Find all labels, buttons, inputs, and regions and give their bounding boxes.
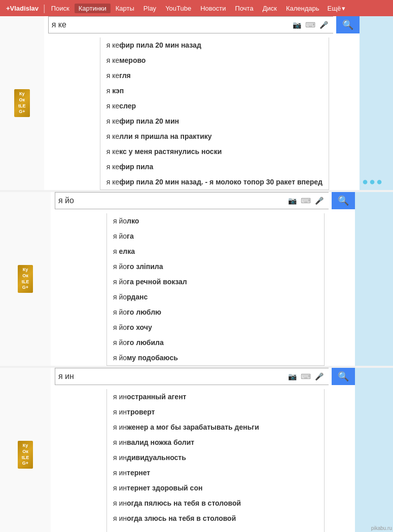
mic-icon-2[interactable]: 🎤: [315, 197, 324, 205]
mic-icon-3[interactable]: 🎤: [315, 372, 324, 381]
pikabu-badge: pikabu.ru: [371, 525, 392, 531]
suggestion-2-5[interactable]: я йога речной вокзал: [107, 274, 324, 289]
mic-icon-1[interactable]: 🎤: [319, 21, 328, 29]
suggestion-3-2[interactable]: я интроверт: [107, 404, 324, 420]
search-input-wrap-3: 📷 ⌨ 🎤: [55, 368, 329, 385]
nav-item-maps[interactable]: Карты: [112, 5, 138, 12]
suggestion-2-4[interactable]: я його зліпила: [107, 259, 324, 274]
search-input-wrap-1: 📷 ⌨ 🎤: [48, 16, 333, 33]
nav-item-play[interactable]: Play: [139, 5, 160, 12]
autocomplete-3: я иностранный агент я интроверт я инжене…: [106, 389, 325, 532]
suggestion-1-9[interactable]: я кефир пила: [100, 159, 329, 174]
nav-item-news[interactable]: Новости: [196, 5, 230, 12]
nav-item-disk[interactable]: Диск: [259, 5, 281, 12]
camera-icon-2[interactable]: 📷: [288, 197, 297, 205]
autocomplete-1: я кефир пила 20 мин назад я кемерово я к…: [100, 37, 329, 190]
nav-item-calendar[interactable]: Календарь: [282, 5, 324, 12]
nav-item-images[interactable]: Картинки: [75, 4, 111, 13]
keyboard-icon-1[interactable]: ⌨: [305, 21, 315, 29]
search-block-1: КуОкtLEG+ 📷 ⌨ 🎤 🔍 я кефир пила 20 мин на: [0, 16, 393, 190]
suggestion-2-9[interactable]: я його любила: [107, 335, 324, 350]
suggestion-2-7[interactable]: я його люблю: [107, 305, 324, 320]
suggestion-3-6[interactable]: я интернет: [107, 465, 324, 480]
suggestion-2-2[interactable]: я йога: [107, 229, 324, 244]
right-thumbnail-2: [355, 192, 393, 366]
suggestion-2-6[interactable]: я йорданс: [107, 289, 324, 305]
thumbnail-1: КуОкtLEG+: [0, 16, 44, 190]
suggestion-2-10[interactable]: я йому подобаюсь: [107, 350, 324, 365]
suggestion-1-3[interactable]: я кегля: [100, 68, 329, 83]
search-button-1[interactable]: 🔍: [336, 16, 360, 33]
suggestion-2-8[interactable]: я його хочу: [107, 320, 324, 335]
nav-user[interactable]: +Vladislav: [3, 5, 42, 12]
nav-item-more[interactable]: Ещё ▾: [325, 5, 349, 12]
suggestion-3-10[interactable]: я инженер: [107, 526, 324, 532]
search-block-2: КуОкtLEG+ 📷 ⌨ 🎤 🔍 я йолко: [0, 192, 393, 366]
suggestion-2-3[interactable]: я елка: [107, 244, 324, 259]
suggestion-3-9[interactable]: я иногда злюсь на тебя в столовой: [107, 511, 324, 526]
nav-item-mail[interactable]: Почта: [231, 5, 258, 12]
suggestion-3-3[interactable]: я инженер а мог бы зарабатывать деньги: [107, 420, 324, 435]
thumbnail-2: КуОкtLEG+: [0, 192, 51, 366]
search-input-1[interactable]: [52, 20, 293, 29]
search-icons-1: 📷 ⌨ 🎤: [293, 21, 330, 29]
suggestion-1-4[interactable]: я кэп: [100, 83, 329, 98]
suggestion-1-10[interactable]: я кефир пила 20 мин назад. - я молоко то…: [100, 174, 329, 189]
suggestion-1-2[interactable]: я кемерово: [100, 53, 329, 68]
suggestion-2-1[interactable]: я йолко: [107, 213, 324, 229]
keyboard-icon-2[interactable]: ⌨: [301, 197, 311, 205]
camera-icon-1[interactable]: 📷: [293, 21, 301, 29]
search-button-2[interactable]: 🔍: [332, 192, 355, 209]
search-input-2[interactable]: [58, 196, 288, 205]
camera-icon-3[interactable]: 📷: [288, 372, 297, 381]
nav-separator: |: [43, 3, 46, 14]
right-thumbnail-1: [360, 16, 393, 190]
keyboard-icon-3[interactable]: ⌨: [301, 372, 311, 381]
search-input-wrap-2: 📷 ⌨ 🎤: [55, 192, 329, 209]
suggestion-3-4[interactable]: я инвалид ножка болит: [107, 435, 324, 450]
suggestion-3-8[interactable]: я иногда пялюсь на тебя в столовой: [107, 496, 324, 511]
search-input-3[interactable]: [58, 372, 288, 381]
suggestion-3-7[interactable]: я интернет здоровый сон: [107, 480, 324, 496]
suggestion-1-7[interactable]: я келли я пришла на практику: [100, 129, 329, 144]
suggestion-3-5[interactable]: я индивидуальность: [107, 450, 324, 465]
thumbnail-3: КуОкtLEG+: [0, 368, 51, 532]
suggestion-1-5[interactable]: я кеслер: [100, 98, 329, 113]
autocomplete-2: я йолко я йога я елка я його зліпила я й…: [106, 213, 325, 366]
top-navigation: +Vladislav | Поиск Картинки Карты Play Y…: [0, 0, 393, 16]
suggestion-1-6[interactable]: я кефир пила 20 мин: [100, 113, 329, 129]
suggestion-3-1[interactable]: я иностранный агент: [107, 389, 324, 404]
suggestion-1-1[interactable]: я кефир пила 20 мин назад: [100, 37, 329, 53]
suggestion-1-8[interactable]: я кекс у меня растянулись носки: [100, 144, 329, 159]
nav-item-search[interactable]: Поиск: [47, 5, 74, 12]
right-thumbnail-3: [355, 368, 393, 532]
nav-item-youtube[interactable]: YouTube: [161, 5, 195, 12]
search-block-3: КуОкtLEG+ 📷 ⌨ 🎤 🔍 я иностранный агент: [0, 368, 393, 532]
search-button-3[interactable]: 🔍: [332, 368, 355, 385]
